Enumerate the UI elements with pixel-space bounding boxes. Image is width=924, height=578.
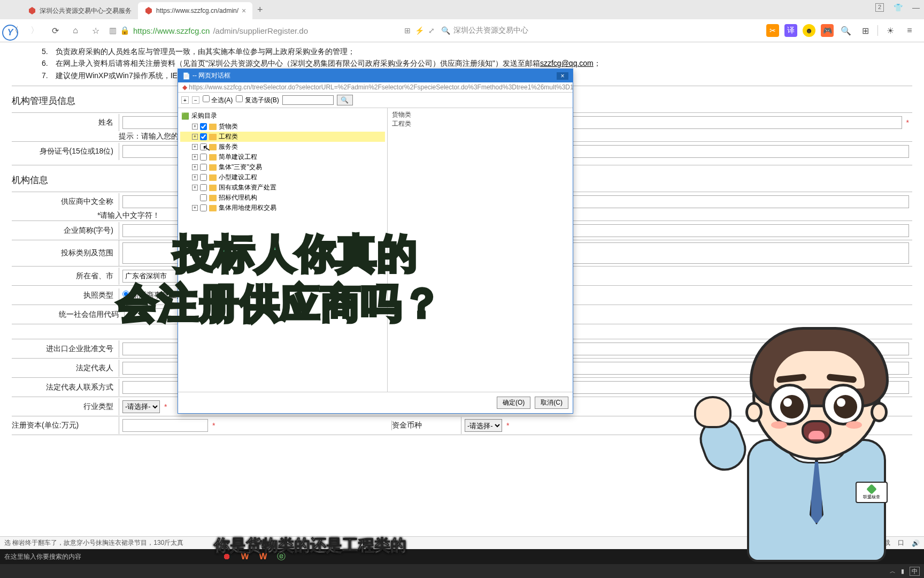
- select-currency[interactable]: -请选择-: [465, 419, 502, 432]
- battery-icon[interactable]: ▮: [901, 568, 904, 575]
- expand-icon[interactable]: +: [192, 124, 198, 130]
- tree-checkbox[interactable]: [200, 133, 207, 140]
- tree-root[interactable]: 🟩采购目录: [180, 110, 385, 121]
- dialog-search-input[interactable]: [282, 95, 334, 105]
- tree-node[interactable]: +集体用地使用权交易: [180, 203, 385, 213]
- cartoon-avatar: 联盟核查: [718, 284, 915, 562]
- browser-tabs: 深圳公共资源交易中心-交易服务 https://www.szzfcg.cn/ad…: [0, 0, 924, 19]
- tree-checkbox[interactable]: [200, 204, 207, 211]
- scissors-icon[interactable]: ✂: [766, 24, 779, 37]
- favorite-button[interactable]: ☆: [89, 24, 103, 37]
- video-subtitle: 你是货物类的还是工程类的: [214, 535, 406, 557]
- face-icon[interactable]: ☻: [803, 24, 815, 37]
- collapse-all-button[interactable]: −: [192, 96, 199, 104]
- tree-node[interactable]: +集体"三资"交易: [180, 162, 385, 172]
- folder-icon: [209, 154, 217, 161]
- favicon-icon: [28, 6, 36, 15]
- dialog-search-button[interactable]: 🔍: [337, 95, 353, 105]
- tree-checkbox[interactable]: [200, 174, 207, 181]
- tree-checkbox[interactable]: [200, 184, 207, 191]
- tree-checkbox[interactable]: [200, 123, 207, 130]
- folder-icon: [209, 195, 217, 201]
- apps-icon[interactable]: ⊞: [858, 24, 872, 37]
- forward-button[interactable]: 〉: [28, 24, 42, 37]
- select-industry[interactable]: -请选择-: [122, 400, 160, 413]
- expand-icon[interactable]: +: [192, 144, 198, 150]
- tree-checkbox[interactable]: [200, 164, 207, 171]
- home-button[interactable]: ⌂: [68, 24, 82, 37]
- label-legal-contact: 法定代表人联系方式: [12, 383, 119, 392]
- cancel-button[interactable]: 取消(C): [535, 397, 568, 409]
- tree-label: 工程类: [219, 132, 238, 141]
- tree-label: 简单建设工程: [219, 153, 257, 162]
- required-icon: *: [506, 421, 509, 430]
- menu-icon[interactable]: ≡: [903, 24, 917, 37]
- translate-icon[interactable]: 译: [784, 24, 797, 37]
- new-tab-button[interactable]: +: [252, 4, 267, 16]
- select-all-checkbox[interactable]: 全选(A): [203, 95, 233, 105]
- site-info-icon[interactable]: ▥: [109, 26, 117, 35]
- expand-icon[interactable]: +: [192, 174, 198, 180]
- tree-node[interactable]: +简单建设工程: [180, 152, 385, 162]
- folder-icon: [209, 164, 217, 171]
- ime-indicator[interactable]: 中: [910, 567, 920, 576]
- zoom-icon[interactable]: 🔍: [839, 24, 853, 37]
- lock-icon: 🔒: [120, 26, 130, 35]
- label-province: 所在省、市: [12, 271, 119, 281]
- expand-icon[interactable]: +: [192, 185, 198, 191]
- tree-checkbox[interactable]: [200, 194, 207, 201]
- search-box[interactable]: 🔍 深圳公共资源交易中心: [441, 26, 553, 35]
- tray-chevron-icon[interactable]: ︿: [890, 567, 896, 575]
- reload-button[interactable]: ⟳: [48, 24, 62, 37]
- expand-icon[interactable]: +: [192, 164, 198, 170]
- label-short-name: 企业简称(字号): [12, 226, 119, 235]
- compat-icon[interactable]: ⚡: [415, 26, 424, 35]
- email-link[interactable]: szzfcg@qq.com: [540, 59, 594, 67]
- video-overlay-title: 投标人你真的 会注册供应商吗？: [150, 229, 443, 328]
- reader-icon[interactable]: ⤢: [428, 26, 435, 35]
- tree-label: 服务类: [219, 142, 238, 151]
- tree-node[interactable]: 招标代理机构: [180, 193, 385, 203]
- theme-icon[interactable]: ☀: [883, 24, 897, 37]
- required-icon: *: [906, 118, 909, 127]
- label-legal-rep: 法定代表人: [12, 363, 119, 373]
- copy-children-checkbox[interactable]: 复选子级(B): [236, 95, 279, 105]
- tab-active[interactable]: https://www.szzfcg.cn/admin/ ×: [138, 2, 252, 19]
- label-capital: 注册资本(单位:万元): [12, 421, 119, 430]
- dialog-title-text: -- 网页对话框: [192, 71, 230, 80]
- label-id: 身份证号(15位或18位): [12, 147, 119, 156]
- search-placeholder: 深圳公共资源交易中心: [453, 26, 528, 35]
- tree-node[interactable]: +货物类: [180, 121, 385, 132]
- input-capital[interactable]: [122, 419, 208, 432]
- expand-all-button[interactable]: +: [181, 96, 189, 104]
- minimize-button[interactable]: —: [912, 3, 920, 12]
- expand-icon[interactable]: +: [192, 154, 198, 160]
- bookmark-text[interactable]: 选 柳岩终于翻车了，故意穿小号抹胸连衣裙录节目，130斤太真: [4, 538, 183, 547]
- label-industry: 行业类型: [12, 402, 119, 412]
- tab-title: https://www.szzfcg.cn/admin/: [156, 7, 238, 14]
- close-icon[interactable]: ×: [242, 6, 246, 15]
- address-bar[interactable]: ▥ 🔒 https://www.szzfcg.cn/admin/supplier…: [109, 26, 398, 35]
- qr-icon[interactable]: ⊞: [404, 26, 411, 35]
- tab-inactive[interactable]: 深圳公共资源交易中心-交易服务: [21, 2, 138, 19]
- taskbar-search[interactable]: 在这里输入你要搜索的内容: [4, 552, 81, 561]
- system-tray: ︿ ▮ 中: [0, 564, 924, 578]
- extensions-icon[interactable]: 👕: [894, 3, 903, 12]
- dialog-icon: 📄: [182, 72, 190, 80]
- tree-node[interactable]: +小型建设工程: [180, 172, 385, 182]
- dialog-close-button[interactable]: ×: [557, 72, 568, 80]
- tree-node[interactable]: +国有或集体资产处置: [180, 182, 385, 193]
- favicon-icon: [144, 6, 153, 15]
- label-currency: 资金币种: [391, 421, 461, 430]
- tree-node[interactable]: +工程类: [180, 132, 385, 142]
- name-hint: 提示：请输入您的: [119, 132, 179, 140]
- game-icon[interactable]: 🎮: [821, 24, 834, 37]
- expand-icon[interactable]: +: [192, 205, 198, 211]
- window-badge: 2: [875, 3, 884, 12]
- ok-button[interactable]: 确定(O): [497, 397, 530, 409]
- expand-icon[interactable]: +: [192, 134, 198, 140]
- supplier-hint: *请输入中文字符！: [97, 211, 160, 219]
- tab-title: 深圳公共资源交易中心-交易服务: [40, 6, 132, 16]
- tree-label: 集体用地使用权交易: [219, 203, 276, 212]
- folder-icon: [209, 174, 217, 181]
